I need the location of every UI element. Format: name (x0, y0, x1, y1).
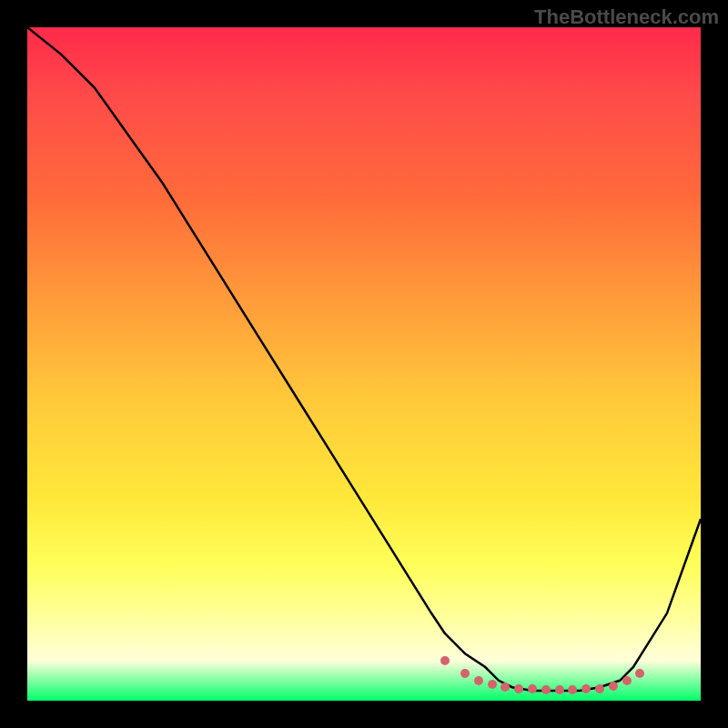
chart-area (27, 27, 701, 701)
highlight-dot (488, 680, 497, 689)
highlight-dot (440, 656, 450, 665)
highlight-dot (474, 676, 483, 685)
watermark-text: TheBottleneck.com (534, 5, 719, 29)
highlight-dot (555, 685, 564, 694)
highlight-dot (514, 684, 523, 693)
highlight-dot (595, 684, 604, 693)
highlight-dot (541, 685, 551, 694)
highlight-dot (609, 682, 618, 691)
curve-svg (27, 27, 701, 701)
highlight-dot (622, 676, 632, 685)
curve-path (27, 27, 701, 691)
